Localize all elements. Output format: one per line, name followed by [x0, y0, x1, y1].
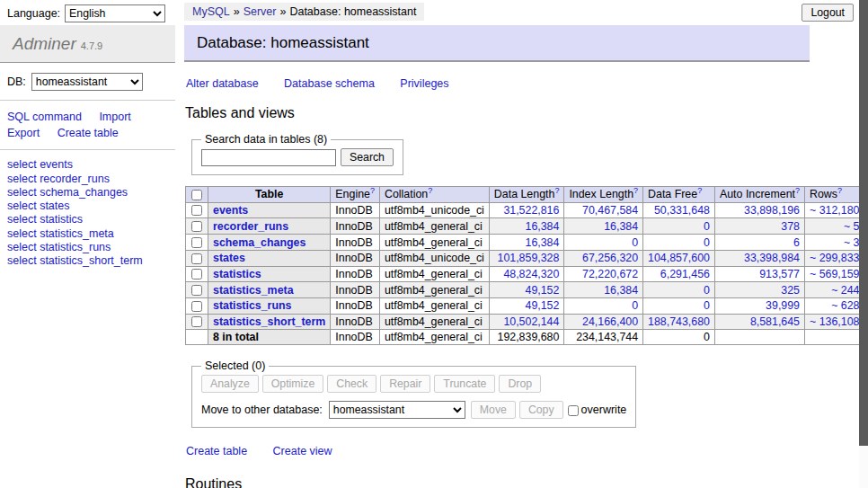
table-name-link[interactable]: events	[213, 204, 248, 217]
create-view-link[interactable]: Create view	[273, 445, 332, 457]
data-length-link[interactable]: 48,824,320	[503, 268, 559, 280]
data-length-link[interactable]: 31,522,816	[503, 204, 559, 217]
table-name-link[interactable]: statistics_meta	[213, 284, 294, 297]
data-length-link[interactable]: 16,384	[525, 220, 559, 233]
row-checkbox[interactable]	[191, 205, 202, 216]
data-free-link[interactable]: 6,291,456	[660, 268, 710, 280]
language-select[interactable]: English	[65, 4, 165, 22]
data-free-link[interactable]: 50,331,648	[654, 204, 710, 217]
table-name-link[interactable]: schema_changes	[213, 236, 306, 249]
rows-count-link[interactable]: ~ 3	[844, 236, 860, 249]
row-checkbox[interactable]	[191, 285, 202, 296]
move-button[interactable]: Move	[471, 401, 516, 419]
data-free-link[interactable]: 104,857,600	[648, 252, 710, 264]
row-checkbox[interactable]	[191, 269, 202, 279]
sidebar-item-select-events[interactable]: select events	[7, 158, 168, 172]
data-length-link[interactable]: 49,152	[525, 299, 559, 312]
data-free-link[interactable]: 0	[704, 284, 710, 297]
auto-increment-link[interactable]: 325	[781, 284, 800, 297]
sidebar-item-select-statistics-meta[interactable]: select statistics_meta	[7, 227, 168, 241]
auto-increment-link[interactable]: 33,898,196	[744, 204, 800, 217]
data-length-link[interactable]: 101,859,328	[497, 252, 559, 264]
index-length-link[interactable]: 67,256,320	[582, 252, 638, 264]
move-database-select[interactable]: homeassistant	[329, 401, 465, 419]
row-checkbox[interactable]	[191, 301, 202, 312]
rows-count-link[interactable]: ~ 244	[831, 284, 859, 297]
overwrite-checkbox[interactable]	[568, 405, 579, 416]
alter-database-link[interactable]: Alter database	[186, 77, 259, 90]
auto-increment-link[interactable]: 6	[793, 236, 800, 249]
data-length-link[interactable]: 49,152	[525, 284, 559, 297]
breadcrumb-server-link[interactable]: Server	[244, 5, 277, 18]
app-name[interactable]: Adminer	[13, 34, 76, 53]
data-free-link[interactable]: 188,743,680	[648, 315, 710, 328]
row-checkbox[interactable]	[191, 253, 202, 264]
logout-button[interactable]: Logout	[802, 4, 854, 22]
breadcrumb-mysql-link[interactable]: MySQL	[192, 5, 230, 18]
auto-increment-link[interactable]: 913,577	[759, 268, 800, 280]
data-free-help-link[interactable]: ?	[697, 186, 702, 195]
rows-help-link[interactable]: ?	[837, 186, 842, 195]
optimize-button[interactable]: Optimize	[262, 375, 324, 393]
engine-help-link[interactable]: ?	[370, 186, 375, 195]
sidebar-item-select-statistics-runs[interactable]: select statistics_runs	[7, 241, 168, 254]
db-select[interactable]: homeassistant	[31, 73, 143, 91]
data-free-link[interactable]: 0	[704, 236, 710, 249]
sidebar-link-export[interactable]: Export	[7, 127, 40, 139]
create-table-link[interactable]: Create table	[186, 445, 247, 457]
rows-count-link[interactable]: ~ 136,108	[810, 315, 859, 328]
sidebar-link-sql-command[interactable]: SQL command	[7, 111, 82, 123]
index-length-link[interactable]: 0	[632, 236, 638, 249]
row-checkbox[interactable]	[191, 221, 202, 232]
auto-increment-link[interactable]: 33,398,984	[744, 252, 800, 264]
search-button[interactable]: Search	[341, 148, 394, 166]
table-name-link[interactable]: statistics_runs	[213, 299, 291, 312]
truncate-button[interactable]: Truncate	[434, 375, 495, 393]
table-name-link[interactable]: statistics_short_term	[213, 315, 325, 328]
vertical-scrollbar-track[interactable]	[859, 0, 868, 488]
table-name-link[interactable]: states	[213, 252, 245, 264]
rows-count-link[interactable]: ~ 299,833	[810, 252, 859, 264]
rows-count-link[interactable]: ~ 569,159	[810, 268, 859, 280]
auto-increment-link[interactable]: 39,999	[766, 299, 800, 312]
drop-button[interactable]: Drop	[499, 375, 541, 393]
index-length-link[interactable]: 16,384	[604, 284, 638, 297]
index-length-link[interactable]: 0	[632, 299, 638, 312]
sidebar-link-create-table[interactable]: Create table	[58, 127, 119, 139]
data-length-help-link[interactable]: ?	[554, 186, 559, 195]
sidebar-item-select-schema-changes[interactable]: select schema_changes	[7, 186, 168, 200]
check-button[interactable]: Check	[327, 375, 376, 393]
vertical-scrollbar-thumb[interactable]	[859, 0, 868, 446]
sidebar-item-select-statistics[interactable]: select statistics	[7, 213, 168, 226]
copy-button[interactable]: Copy	[519, 401, 563, 419]
search-input[interactable]	[201, 149, 336, 166]
select-all-checkbox[interactable]	[191, 190, 202, 200]
index-length-help-link[interactable]: ?	[633, 186, 638, 195]
sidebar-item-select-recorder-runs[interactable]: select recorder_runs	[7, 173, 168, 186]
index-length-link[interactable]: 16,384	[604, 220, 638, 233]
data-free-link[interactable]: 0	[704, 299, 710, 312]
analyze-button[interactable]: Analyze	[201, 375, 259, 393]
rows-count-link[interactable]: ~ 312,180	[810, 204, 859, 217]
database-schema-link[interactable]: Database schema	[284, 77, 375, 90]
index-length-link[interactable]: 70,467,584	[582, 204, 638, 217]
repair-button[interactable]: Repair	[380, 375, 430, 393]
data-length-link[interactable]: 10,502,144	[503, 315, 559, 328]
sidebar-item-select-statistics-short-term[interactable]: select statistics_short_term	[7, 254, 168, 268]
index-length-link[interactable]: 72,220,672	[582, 268, 638, 280]
rows-count-link[interactable]: ~ 5	[844, 220, 860, 233]
row-checkbox[interactable]	[191, 237, 202, 248]
auto-increment-link[interactable]: 8,581,645	[750, 315, 800, 328]
table-name-link[interactable]: statistics	[213, 268, 261, 280]
collation-help-link[interactable]: ?	[428, 186, 432, 195]
table-name-link[interactable]: recorder_runs	[213, 220, 288, 233]
auto-increment-link[interactable]: 378	[781, 220, 800, 233]
row-checkbox[interactable]	[191, 316, 202, 327]
privileges-link[interactable]: Privileges	[400, 77, 448, 90]
sidebar-item-select-states[interactable]: select states	[7, 200, 168, 213]
sidebar-link-import[interactable]: Import	[99, 111, 130, 123]
rows-count-link[interactable]: ~ 628	[831, 299, 859, 312]
auto-increment-help-link[interactable]: ?	[795, 186, 800, 195]
index-length-link[interactable]: 24,166,400	[582, 315, 638, 328]
data-free-link[interactable]: 0	[704, 220, 710, 233]
